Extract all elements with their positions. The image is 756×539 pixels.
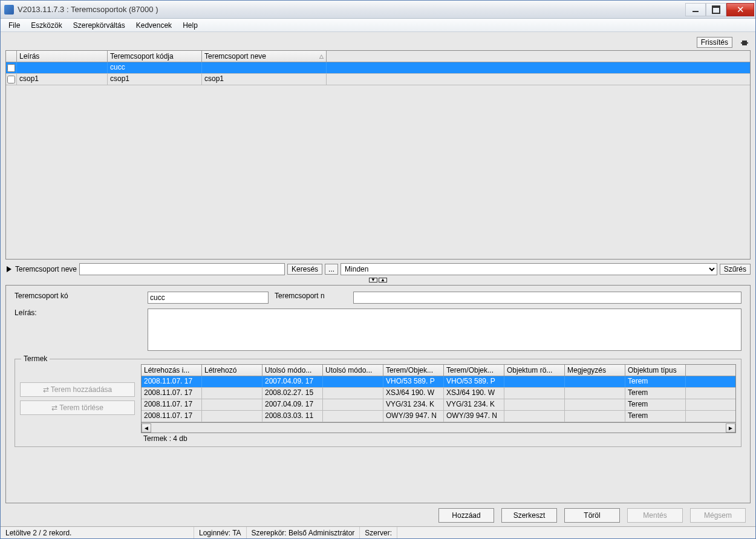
termek-fieldset: Termek ⇄ Terem hozzáadása ⇄ Terem törlés… — [15, 359, 741, 447]
upper-grid-header: LeírásTeremcsoport kódjaTeremcsoport nev… — [6, 51, 750, 62]
titlebar[interactable]: V2013.11.7.3 : Teremcsoportok (87000 ) ✕ — [1, 1, 755, 19]
name-input[interactable] — [353, 292, 741, 304]
column-header[interactable]: Terem/Objek... — [444, 365, 504, 376]
search-ellipsis-button[interactable]: ... — [325, 264, 338, 275]
table-row[interactable]: 2008.11.07. 172008.02.27. 15XSJ/64 190. … — [142, 388, 735, 399]
table-cell — [504, 376, 565, 387]
bottom-button-bar: Hozzáad Szerkeszt Töröl Mentés Mégsem — [3, 505, 753, 524]
table-cell — [565, 376, 625, 387]
sort-indicator-icon: △ — [319, 53, 324, 59]
termek-grid: Létrehozás i...LétrehozóUtolsó módo...Ut… — [141, 364, 736, 423]
termek-count-label: Termek : 4 db — [141, 433, 736, 444]
pin-icon[interactable] — [741, 38, 749, 47]
table-cell: OWY/39 947. N — [444, 411, 504, 422]
add-terem-button[interactable]: ⇄ Terem hozzáadása — [20, 382, 135, 397]
table-row[interactable]: cucc — [6, 62, 750, 74]
menu-kedvencek[interactable]: Kedvencek — [131, 19, 177, 31]
delete-terem-button[interactable]: ⇄ Terem törlése — [20, 400, 135, 415]
statusbar: Letöltve 2 / 2 rekord. Loginnév: TA Szer… — [1, 526, 755, 538]
menu-file[interactable]: File — [3, 19, 25, 31]
search-button[interactable]: Keresés — [287, 264, 322, 275]
client-area: Frissítés LeírásTeremcsoport kódjaTeremc… — [1, 32, 755, 526]
status-server: Szerver: — [360, 527, 397, 538]
search-field-label: Teremcsoport neve — [15, 265, 77, 273]
row-checkbox[interactable] — [7, 76, 15, 83]
table-row[interactable]: 2008.11.07. 172007.04.09. 17VYG/31 234. … — [142, 399, 735, 411]
menu-szerepkorvaltas[interactable]: Szerepkörváltás — [68, 19, 131, 31]
column-header[interactable]: Terem/Objek... — [383, 365, 444, 376]
table-cell: VHO/53 589. P — [444, 376, 504, 387]
app-window: V2013.11.7.3 : Teremcsoportok (87000 ) ✕… — [0, 0, 756, 539]
table-cell — [565, 411, 625, 422]
add-icon: ⇄ — [43, 385, 51, 394]
table-cell — [565, 399, 625, 410]
column-header[interactable]: Teremcsoport neve△ — [202, 51, 327, 62]
table-cell: Terem — [625, 399, 686, 410]
close-button[interactable]: ✕ — [726, 3, 754, 16]
code-field-label: Teremcsoport kó — [15, 292, 142, 300]
table-cell: cucc — [108, 62, 202, 73]
termek-horizontal-scrollbar[interactable]: ◄ ► — [141, 423, 736, 433]
table-cell: csop1 — [17, 74, 108, 85]
menu-eszkozok[interactable]: Eszközök — [25, 19, 67, 31]
chevron-down-icon[interactable]: ▼ — [369, 278, 377, 283]
cancel-button[interactable]: Mégsem — [690, 508, 746, 523]
delete-button[interactable]: Töröl — [564, 508, 620, 523]
table-cell — [202, 62, 327, 73]
column-header[interactable]: Utolsó módo... — [262, 365, 323, 376]
column-header[interactable]: Leírás — [17, 51, 108, 62]
table-cell — [504, 411, 565, 422]
column-header[interactable]: Teremcsoport kódja — [108, 51, 202, 62]
table-cell: csop1 — [202, 74, 327, 85]
table-cell — [202, 388, 262, 399]
table-cell: OWY/39 947. N — [383, 411, 444, 422]
checkbox-header — [6, 51, 17, 62]
scroll-right-icon[interactable]: ► — [726, 423, 735, 433]
maximize-button[interactable] — [706, 3, 726, 16]
add-button[interactable]: Hozzáad — [438, 508, 494, 523]
table-cell — [323, 376, 383, 387]
table-cell — [17, 62, 108, 73]
save-button[interactable]: Mentés — [627, 508, 683, 523]
row-checkbox[interactable] — [7, 64, 15, 72]
upper-grid: LeírásTeremcsoport kódjaTeremcsoport nev… — [5, 50, 751, 260]
table-cell: Terem — [625, 411, 686, 422]
delete-icon: ⇄ — [51, 403, 59, 412]
search-input[interactable] — [79, 263, 285, 275]
column-header[interactable]: Objektum típus — [625, 365, 686, 376]
column-header[interactable]: Megjegyzés — [565, 365, 625, 376]
table-row[interactable]: csop1csop1csop1 — [6, 74, 750, 85]
table-cell — [323, 411, 383, 422]
column-header[interactable]: Utolsó módo... — [323, 365, 383, 376]
menubar: File Eszközök Szerepkörváltás Kedvencek … — [1, 19, 755, 32]
chevron-up-icon[interactable]: ▲ — [379, 278, 387, 283]
column-header[interactable]: Létrehozás i... — [142, 365, 202, 376]
column-header[interactable]: Létrehozó — [202, 365, 262, 376]
menu-help[interactable]: Help — [177, 19, 203, 31]
desc-field-label: Leírás: — [15, 309, 142, 317]
table-cell: XSJ/64 190. W — [383, 388, 444, 399]
table-row[interactable]: 2008.11.07. 172007.04.09. 17VHO/53 589. … — [142, 376, 735, 388]
table-cell: 2008.11.07. 17 — [142, 399, 202, 410]
refresh-button[interactable]: Frissítés — [697, 37, 732, 48]
table-cell — [202, 376, 262, 387]
scroll-left-icon[interactable]: ◄ — [142, 423, 151, 433]
table-cell — [565, 388, 625, 399]
code-input[interactable] — [148, 292, 269, 304]
splitter-handle[interactable]: ▼ ▲ — [3, 276, 753, 284]
table-cell — [323, 399, 383, 410]
row-marker-icon — [5, 266, 13, 272]
table-cell: VYG/31 234. K — [383, 399, 444, 410]
table-cell — [202, 411, 262, 422]
minimize-button[interactable] — [685, 3, 706, 16]
table-cell — [323, 388, 383, 399]
table-row[interactable]: 2008.11.07. 172008.03.03. 11OWY/39 947. … — [142, 411, 735, 422]
table-cell: 2007.04.09. 17 — [262, 376, 323, 387]
desc-textarea[interactable] — [148, 309, 741, 351]
table-cell: Terem — [625, 376, 686, 387]
app-icon — [4, 5, 14, 15]
filter-button[interactable]: Szűrés — [720, 264, 751, 275]
column-header[interactable]: Objektum rö... — [504, 365, 565, 376]
filter-select[interactable]: Minden — [341, 263, 717, 275]
edit-button[interactable]: Szerkeszt — [501, 508, 557, 523]
